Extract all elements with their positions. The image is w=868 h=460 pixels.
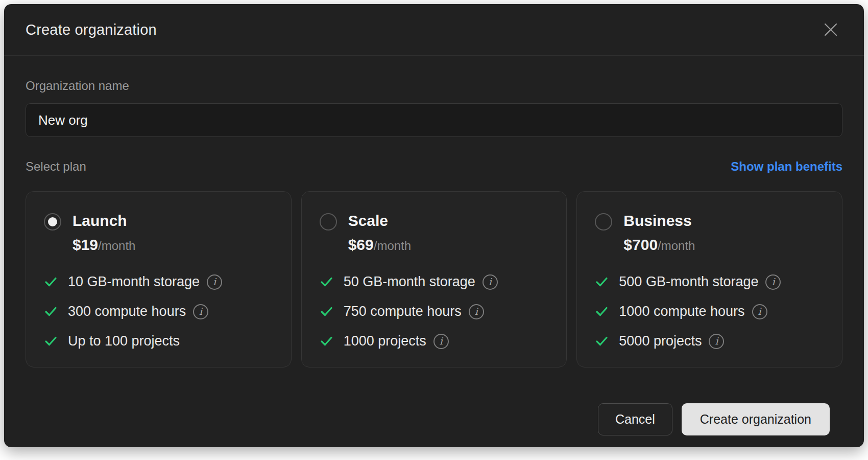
feature-text: 1000 projects: [344, 333, 426, 349]
org-name-label: Organization name: [26, 79, 842, 93]
price-amount: $700: [623, 236, 658, 253]
plan-name: Scale: [348, 212, 411, 229]
info-icon[interactable]: i: [433, 334, 449, 349]
check-icon: [320, 305, 333, 318]
price-period: /month: [98, 239, 135, 252]
feature-item: 1000 projects i: [320, 333, 552, 349]
radio-scale[interactable]: [320, 213, 337, 231]
price-period: /month: [374, 239, 411, 252]
plan-name: Business: [623, 212, 695, 229]
show-plan-benefits-link[interactable]: Show plan benefits: [731, 159, 842, 174]
info-icon[interactable]: i: [469, 304, 484, 319]
price-amount: $69: [348, 236, 374, 253]
feature-list: 50 GB-month storage i 750 compute hours …: [320, 274, 552, 349]
info-icon[interactable]: i: [709, 334, 724, 349]
check-icon: [320, 334, 333, 348]
create-organization-dialog: Create organization Organization name Se…: [4, 4, 864, 447]
check-icon: [595, 275, 609, 289]
feature-text: 50 GB-month storage: [344, 274, 475, 290]
plan-head: Scale $69/month: [320, 212, 552, 254]
feature-text: 5000 projects: [619, 333, 702, 349]
close-icon: [823, 22, 838, 37]
plan-head: Launch $19/month: [44, 212, 277, 254]
feature-text: 750 compute hours: [344, 304, 462, 319]
feature-item: Up to 100 projects: [44, 333, 277, 349]
feature-item: 1000 compute hours i: [595, 304, 828, 319]
feature-item: 5000 projects i: [595, 333, 828, 349]
feature-item: 300 compute hours i: [44, 304, 277, 319]
feature-text: Up to 100 projects: [68, 333, 180, 349]
plan-card-business[interactable]: Business $700/month 500 GB-month storage…: [576, 191, 842, 367]
check-icon: [595, 334, 609, 348]
info-icon[interactable]: i: [752, 304, 767, 319]
feature-item: 50 GB-month storage i: [320, 274, 552, 290]
plan-price: $69/month: [348, 236, 411, 254]
price-amount: $19: [73, 236, 98, 253]
plan-head: Business $700/month: [595, 212, 828, 254]
feature-list: 10 GB-month storage i 300 compute hours …: [44, 274, 277, 349]
info-icon[interactable]: i: [765, 274, 781, 290]
feature-item: 500 GB-month storage i: [595, 274, 828, 290]
feature-text: 10 GB-month storage: [68, 274, 200, 290]
feature-item: 10 GB-month storage i: [44, 274, 277, 290]
feature-text: 500 GB-month storage: [619, 274, 758, 290]
check-icon: [320, 275, 333, 289]
info-icon[interactable]: i: [193, 304, 208, 319]
radio-dot: [48, 217, 57, 226]
check-icon: [44, 275, 58, 289]
feature-text: 1000 compute hours: [619, 304, 744, 319]
plan-cards: Launch $19/month 10 GB-month storage i: [26, 191, 842, 367]
radio-business[interactable]: [595, 213, 612, 231]
create-organization-button[interactable]: Create organization: [682, 403, 830, 435]
plan-price: $700/month: [623, 236, 695, 254]
dialog-header: Create organization: [4, 4, 864, 56]
info-icon[interactable]: i: [483, 274, 498, 290]
price-period: /month: [658, 239, 695, 252]
dialog-footer: Cancel Create organization: [4, 403, 864, 447]
select-plan-label: Select plan: [26, 159, 86, 174]
cancel-button[interactable]: Cancel: [598, 403, 672, 435]
dialog-body: Organization name Select plan Show plan …: [4, 56, 864, 367]
feature-list: 500 GB-month storage i 1000 compute hour…: [595, 274, 828, 349]
feature-item: 750 compute hours i: [320, 304, 552, 319]
plan-price: $19/month: [73, 236, 135, 254]
plan-card-scale[interactable]: Scale $69/month 50 GB-month storage i: [301, 191, 567, 367]
plan-card-launch[interactable]: Launch $19/month 10 GB-month storage i: [26, 191, 292, 367]
check-icon: [595, 305, 609, 318]
info-icon[interactable]: i: [207, 274, 222, 290]
check-icon: [44, 334, 58, 348]
select-plan-row: Select plan Show plan benefits: [26, 159, 842, 174]
close-button[interactable]: [820, 19, 841, 40]
page-title: Create organization: [26, 21, 157, 38]
org-name-input[interactable]: [26, 103, 842, 137]
radio-launch[interactable]: [44, 213, 61, 231]
feature-text: 300 compute hours: [68, 304, 186, 319]
check-icon: [44, 305, 58, 318]
plan-name: Launch: [73, 212, 135, 229]
